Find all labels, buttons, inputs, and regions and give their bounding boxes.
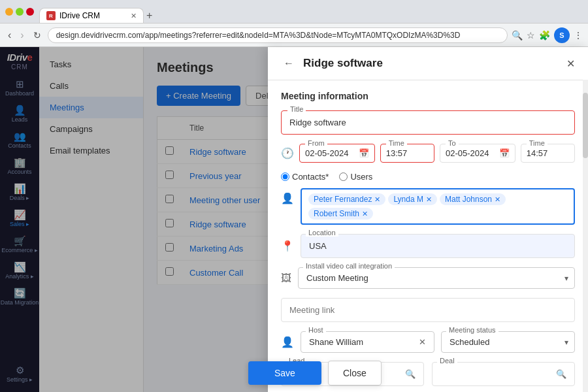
title-field-group: Title	[281, 110, 575, 135]
lead-search-icon: 🔍	[405, 369, 416, 379]
to-calendar-icon[interactable]: 📅	[499, 148, 510, 158]
tab-close-icon[interactable]: ✕	[131, 12, 137, 20]
remove-peter-icon[interactable]: ✕	[374, 195, 380, 204]
contacts-radio[interactable]	[281, 172, 289, 181]
modal-title: Ridge software	[303, 57, 560, 70]
contact-tag-peter: Peter Fernandez ✕	[308, 193, 385, 205]
title-input[interactable]	[281, 110, 575, 135]
host-label: Host	[306, 326, 326, 334]
from-calendar-icon[interactable]: 📅	[359, 148, 369, 158]
location-field-row: 📍 Location	[281, 234, 575, 258]
section-label: Meeting information	[281, 91, 575, 101]
url-bar[interactable]	[48, 27, 508, 43]
contact-tag-robert: Robert Smith ✕	[308, 208, 373, 220]
contact-tag-matt: Matt Johnson ✕	[440, 193, 506, 205]
browser-tab[interactable]: R IDrive CRM ✕	[39, 8, 144, 23]
meeting-status-select[interactable]: Scheduled	[441, 331, 575, 353]
meeting-link-input[interactable]	[281, 298, 575, 322]
video-select-wrapper: Custom Meeting ▾	[298, 267, 575, 289]
video-integration-select[interactable]: Custom Meeting	[298, 267, 575, 289]
from-date-input[interactable]	[305, 148, 356, 158]
remove-robert-icon[interactable]: ✕	[362, 210, 368, 218]
video-integration-row: 🖼 Install video call integration Custom …	[281, 267, 575, 289]
host-value: Shane William	[309, 337, 363, 347]
meeting-status-label: Meeting status	[446, 326, 498, 334]
location-field-group: Location	[301, 234, 575, 258]
meeting-status-wrapper: Scheduled ▾	[441, 331, 575, 353]
meeting-status-group: Meeting status Scheduled ▾	[441, 331, 575, 353]
modal-back-button[interactable]: ←	[281, 56, 297, 71]
host-field[interactable]: Shane William ✕	[301, 331, 434, 353]
from-time-input[interactable]	[386, 148, 429, 158]
from-time-field: Time	[380, 144, 434, 163]
title-field-label: Title	[287, 105, 306, 113]
search-icon: 🔍	[512, 30, 523, 41]
modal-close-button[interactable]: ✕	[566, 57, 575, 70]
minimize-icon[interactable]	[5, 8, 13, 16]
new-tab-button[interactable]: +	[146, 10, 152, 23]
remove-matt-icon[interactable]: ✕	[495, 195, 500, 204]
from-time-label: Time	[386, 139, 407, 147]
tab-favicon: R	[46, 11, 56, 20]
tab-title: IDrive CRM	[59, 11, 100, 20]
modal-body: Meeting information Title 🕐 From 📅 Time	[268, 80, 588, 392]
to-time-field: Time	[521, 144, 575, 163]
location-input[interactable]	[301, 234, 575, 258]
clock-icon: 🕐	[281, 147, 294, 159]
to-time-label: Time	[527, 139, 547, 147]
deal-search-icon: 🔍	[556, 369, 566, 379]
host-status-row: 👤 Host Shane William ✕ Meeting status Sc…	[281, 331, 575, 353]
users-radio[interactable]	[339, 172, 348, 181]
scrollbar[interactable]	[583, 80, 588, 392]
remove-lynda-icon[interactable]: ✕	[426, 195, 432, 204]
users-radio-label: Users	[350, 172, 372, 182]
modal-footer-buttons: Save Close	[248, 361, 382, 385]
extensions-icon[interactable]: 🧩	[539, 30, 550, 41]
host-clear-icon[interactable]: ✕	[419, 337, 426, 347]
to-date-input[interactable]	[446, 148, 497, 158]
person-icon: 👤	[281, 188, 294, 204]
host-icon: 👤	[281, 336, 294, 348]
contacts-radio-option[interactable]: Contacts*	[281, 172, 329, 182]
modal-header: ← Ridge software ✕	[268, 47, 588, 80]
contacts-tags-field[interactable]: Peter Fernandez ✕ Lynda M ✕ Matt Johnson…	[301, 188, 575, 225]
contact-tag-lynda: Lynda M ✕	[388, 193, 437, 205]
user-avatar: S	[554, 27, 570, 43]
bookmark-icon[interactable]: ☆	[527, 30, 535, 41]
contacts-field-row: 👤 Peter Fernandez ✕ Lynda M ✕ Matt Johns…	[281, 188, 575, 225]
save-button[interactable]: Save	[248, 361, 321, 385]
close-window-icon[interactable]	[26, 8, 34, 16]
contacts-users-row: Contacts* Users	[281, 172, 575, 182]
contacts-radio-label: Contacts*	[292, 172, 329, 182]
video-icon: 🖼	[281, 272, 291, 284]
refresh-button[interactable]: ↻	[31, 29, 44, 42]
video-integration-label: Install video call integration	[303, 262, 395, 270]
maximize-icon[interactable]	[16, 8, 24, 16]
browser-chrome: R IDrive CRM ✕ +	[0, 0, 588, 24]
browser-navbar: ‹ › ↻ 🔍 ☆ 🧩 S ⋮	[0, 24, 588, 47]
users-radio-option[interactable]: Users	[339, 172, 372, 182]
to-time-input[interactable]	[527, 148, 569, 158]
menu-icon[interactable]: ⋮	[574, 30, 583, 41]
back-button[interactable]: ‹	[5, 28, 14, 42]
scrollbar-thumb[interactable]	[583, 93, 588, 158]
from-label: From	[305, 139, 327, 147]
location-label: Location	[306, 229, 338, 237]
location-icon: 📍	[281, 240, 294, 252]
to-label: To	[446, 139, 459, 147]
modal-panel: ← Ridge software ✕ Meeting information T…	[268, 47, 588, 392]
from-date-field: From 📅	[299, 144, 375, 163]
to-date-field: To 📅	[440, 144, 515, 163]
deal-field-group: Deal 🔍	[432, 362, 575, 386]
deal-input[interactable]: 🔍	[432, 362, 575, 386]
close-modal-button[interactable]: Close	[328, 361, 382, 385]
forward-button[interactable]: ›	[18, 28, 26, 42]
deal-label: Deal	[437, 357, 457, 365]
date-time-row: 🕐 From 📅 Time To 📅	[281, 144, 575, 163]
host-field-group: Host Shane William ✕	[301, 331, 434, 353]
video-integration-group: Install video call integration Custom Me…	[298, 267, 575, 289]
meeting-link-field-group	[281, 298, 575, 322]
